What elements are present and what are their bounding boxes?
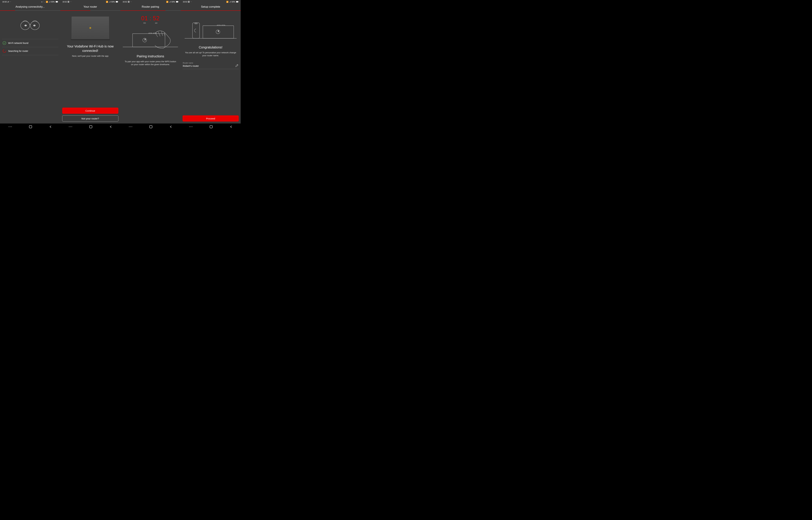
svg-line-28	[158, 32, 160, 36]
svg-rect-21	[178, 1, 178, 2]
timer-sec: 52	[153, 15, 160, 22]
binoculars-icon	[18, 17, 42, 32]
recents-icon[interactable]	[189, 126, 192, 128]
timer-sec-label: sec	[155, 22, 158, 24]
android-nav-bar	[120, 124, 180, 130]
svg-rect-39	[195, 23, 197, 24]
svg-rect-19	[89, 126, 92, 128]
page-title: Analysing connectivity...	[0, 4, 60, 10]
back-icon[interactable]	[49, 126, 52, 128]
page-title: Router pairing	[120, 4, 180, 10]
home-icon[interactable]	[149, 125, 152, 128]
status-right-icons: 📶 ₊ıl	[226, 1, 231, 3]
svg-rect-42	[222, 25, 225, 26]
back-icon[interactable]	[170, 126, 172, 128]
svg-rect-13	[29, 126, 32, 128]
wps-press-illustration	[123, 27, 178, 51]
check-icon	[3, 41, 6, 45]
screen-complete: 16:53 🖼 ⋯ 📶 ₊ıl 93% Setup complete	[180, 0, 241, 130]
android-nav-bar	[0, 124, 60, 130]
home-icon[interactable]	[29, 125, 32, 128]
page-title: Setup complete	[180, 4, 241, 10]
svg-rect-1	[58, 1, 58, 2]
svg-line-44	[237, 65, 238, 65]
svg-rect-38	[192, 23, 200, 38]
not-your-router-button[interactable]: Not your router?	[62, 115, 118, 122]
status-right-icons: 📶 ₊ıl	[166, 1, 171, 3]
continue-button[interactable]: Continue	[62, 108, 118, 114]
connected-heading: Your Vodafone Wi-Fi Hub is now connected…	[62, 44, 118, 53]
back-icon[interactable]	[230, 126, 232, 128]
battery-icon	[176, 1, 178, 2]
status-right-icons: ∞ 📞 📶 ₊ıl	[41, 1, 51, 3]
svg-rect-23	[133, 34, 165, 47]
status-battery: 93%	[231, 1, 235, 3]
status-row-wifi-found: Wi-Fi network found	[2, 39, 58, 47]
status-row-searching: Searching for router	[2, 47, 58, 55]
edit-icon[interactable]	[235, 64, 239, 67]
status-left-icons: 🖼 ⋯	[67, 1, 72, 3]
status-bar: 16:52 🖼 ⋯ 📶 ₊ıl 93%	[60, 0, 120, 4]
recents-icon[interactable]	[9, 126, 12, 128]
status-time: 16:52	[122, 1, 127, 3]
status-row-label: Searching for router	[8, 50, 28, 52]
status-left-icons: 🖼 ⋯	[128, 1, 132, 3]
status-bar: 16:52 🖼 ⋯ 📶 ₊ıl 93%	[120, 0, 180, 4]
status-left-icons: ⇄ ⋯	[7, 1, 11, 3]
home-icon[interactable]	[89, 125, 92, 128]
spinner-icon	[3, 49, 6, 53]
pairing-heading: Pairing instructions	[134, 54, 167, 58]
battery-icon	[116, 1, 118, 2]
svg-rect-20	[176, 1, 178, 2]
phone-router-illustration	[185, 19, 236, 41]
svg-rect-25	[153, 33, 157, 34]
battery-icon	[56, 1, 58, 2]
recents-icon[interactable]	[129, 126, 132, 128]
screen-pairing: 16:52 🖼 ⋯ 📶 ₊ıl 93% Router pairing 01 mi…	[120, 0, 180, 130]
router-image	[72, 17, 109, 39]
timer-colon: :	[149, 15, 151, 24]
back-icon[interactable]	[109, 126, 112, 128]
svg-point-9	[3, 50, 6, 52]
status-time: 16:52	[62, 1, 67, 3]
proceed-button[interactable]: Proceed	[183, 115, 239, 122]
status-left-icons: 🖼 ⋯	[188, 1, 192, 3]
status-row-label: Wi-Fi network found	[8, 42, 28, 44]
status-time: 16:50	[2, 1, 7, 3]
status-time: 16:53	[183, 1, 188, 3]
svg-rect-14	[116, 1, 118, 2]
page-title: Your router	[60, 4, 120, 10]
connected-subtext: Next, we'll pair your router with the ap…	[71, 55, 110, 57]
status-bar: 16:50 ⇄ ⋯ ∞ 📞 📶 ₊ıl 93%	[0, 0, 60, 4]
timer-min: 01	[141, 15, 148, 22]
svg-rect-41	[217, 25, 220, 26]
status-battery: 93%	[51, 1, 55, 3]
svg-rect-35	[236, 1, 238, 2]
home-icon[interactable]	[209, 125, 213, 128]
svg-rect-24	[149, 33, 152, 34]
android-nav-bar	[60, 124, 120, 130]
android-nav-bar	[180, 124, 241, 130]
router-name-field[interactable]: Router name Robert's router	[183, 61, 239, 69]
svg-rect-36	[238, 1, 239, 2]
svg-rect-0	[56, 1, 58, 2]
svg-rect-34	[149, 126, 152, 128]
svg-rect-48	[210, 126, 213, 128]
svg-point-7	[34, 25, 35, 26]
router-name-value: Robert's router	[183, 64, 199, 67]
status-list: Wi-Fi network found Searching for router	[2, 39, 58, 55]
screen-your-router: 16:52 🖼 ⋯ 📶 ₊ıl 93% Your router Your Vod…	[60, 0, 120, 130]
recents-icon[interactable]	[69, 126, 72, 128]
congrats-heading: Congratulations!	[196, 45, 225, 50]
svg-point-6	[26, 25, 26, 26]
svg-point-8	[3, 42, 6, 45]
svg-rect-15	[118, 1, 118, 2]
timer-min-label: min	[143, 22, 146, 24]
pairing-subtext: To pair your app with your router press …	[122, 60, 179, 66]
congrats-subtext: You are all set up! To personalise your …	[183, 51, 239, 57]
battery-icon	[236, 1, 239, 2]
countdown-timer: 01 min : 52 sec	[141, 15, 160, 24]
router-name-label: Router name	[183, 62, 199, 64]
status-right-icons: 📶 ₊ıl	[106, 1, 111, 3]
screen-analysing: 16:50 ⇄ ⋯ ∞ 📞 📶 ₊ıl 93% Analysing connec…	[0, 0, 60, 130]
